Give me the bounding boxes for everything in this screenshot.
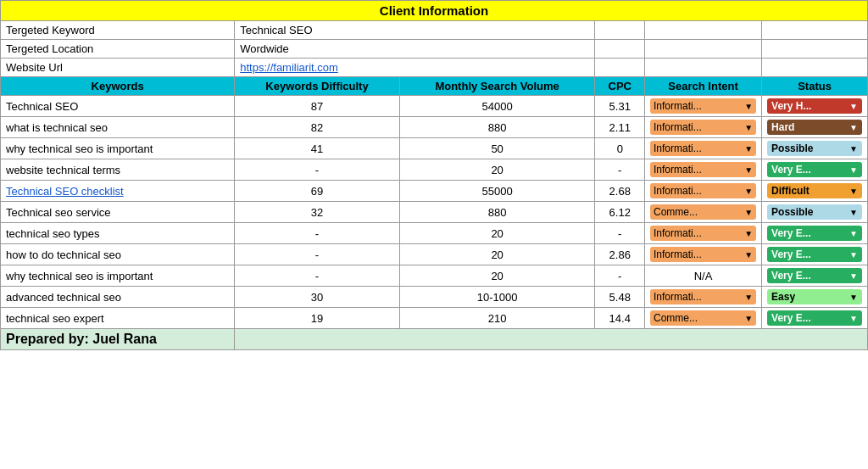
difficulty-cell: 19 [235, 308, 399, 329]
status-dropdown-arrow: ▼ [849, 187, 858, 196]
status-badge[interactable]: Very H... ▼ [767, 98, 862, 114]
intent-cell[interactable]: Informati... ▼ [645, 117, 762, 138]
intent-dropdown-arrow: ▼ [744, 102, 753, 111]
status-cell[interactable]: Hard ▼ [762, 117, 868, 138]
intent-dropdown-arrow: ▼ [744, 144, 753, 154]
intent-badge[interactable]: Informati... ▼ [650, 183, 756, 198]
intent-badge[interactable]: Informati... ▼ [650, 247, 756, 262]
keyword-cell: advanced technical seo [1, 287, 235, 308]
keyword-cell: Technical SEO [1, 96, 235, 117]
status-badge[interactable]: Difficult ▼ [767, 183, 862, 198]
intent-dropdown-arrow: ▼ [744, 250, 753, 260]
keyword-cell[interactable]: Technical SEO checklist [1, 181, 235, 202]
intent-badge[interactable]: Informati... ▼ [650, 141, 756, 156]
status-dropdown-arrow: ▼ [849, 250, 858, 260]
keyword-cell: why technical seo is important [1, 138, 235, 159]
intent-cell[interactable]: Informati... ▼ [645, 244, 762, 265]
intent-dropdown-arrow: ▼ [744, 187, 753, 196]
status-dropdown-arrow: ▼ [849, 123, 858, 132]
status-badge[interactable]: Easy ▼ [767, 289, 862, 304]
status-badge[interactable]: Possible ▼ [767, 204, 862, 220]
status-cell[interactable]: Possible ▼ [762, 202, 868, 223]
difficulty-cell: - [235, 223, 399, 244]
website-url-value[interactable]: https://familiarit.com [235, 59, 595, 77]
status-cell[interactable]: Possible ▼ [762, 138, 868, 159]
volume-cell: 10-1000 [399, 287, 595, 308]
status-cell[interactable]: Very E... ▼ [762, 159, 868, 181]
cpc-cell: 2.86 [595, 244, 645, 265]
status-badge[interactable]: Very E... ▼ [767, 162, 862, 177]
table-row: why technical seo is important-20-N/AVer… [1, 265, 868, 287]
table-row: how to do technical seo-202.86Informati.… [1, 244, 868, 265]
volume-cell: 210 [399, 308, 595, 329]
intent-cell[interactable]: Informati... ▼ [645, 159, 762, 181]
client-info-title: Client Information [1, 1, 868, 21]
intent-badge[interactable]: Comme... ▼ [650, 310, 756, 326]
keyword-cell: website technical terms [1, 159, 235, 181]
status-cell[interactable]: Easy ▼ [762, 287, 868, 308]
intent-dropdown-arrow: ▼ [744, 314, 753, 323]
status-cell[interactable]: Very E... ▼ [762, 265, 868, 287]
col-volume: Monthly Search Volume [399, 77, 595, 96]
intent-badge[interactable]: Informati... ▼ [650, 120, 756, 135]
footer-row: Prepared by: Juel Rana [1, 329, 868, 350]
targeted-keyword-label: Tergeted Keyword [1, 21, 235, 40]
intent-cell[interactable]: Informati... ▼ [645, 223, 762, 244]
cpc-cell: 2.11 [595, 117, 645, 138]
status-cell[interactable]: Very E... ▼ [762, 308, 868, 329]
status-dropdown-arrow: ▼ [849, 102, 858, 111]
status-badge[interactable]: Very E... ▼ [767, 268, 862, 283]
cpc-cell: - [595, 265, 645, 287]
status-badge[interactable]: Very E... ▼ [767, 247, 862, 262]
main-table: Client Information Tergeted Keyword Tech… [0, 0, 868, 350]
client-info-header-row: Client Information [1, 1, 868, 21]
keyword-cell: how to do technical seo [1, 244, 235, 265]
table-row: technical seo types-20-Informati... ▼Ver… [1, 223, 868, 244]
status-cell[interactable]: Very E... ▼ [762, 223, 868, 244]
status-dropdown-arrow: ▼ [849, 165, 858, 175]
table-row: what is technical seo828802.11Informati.… [1, 117, 868, 138]
intent-badge[interactable]: Comme... ▼ [650, 204, 756, 220]
status-badge[interactable]: Very E... ▼ [767, 226, 862, 241]
volume-cell: 20 [399, 223, 595, 244]
col-status: Status [762, 77, 868, 96]
difficulty-cell: 41 [235, 138, 399, 159]
keyword-cell: Technical seo service [1, 202, 235, 223]
volume-cell: 50 [399, 138, 595, 159]
table-row: Technical SEO87540005.31Informati... ▼Ve… [1, 96, 868, 117]
website-url-row: Website Url https://familiarit.com [1, 59, 868, 77]
keyword-cell: technical seo types [1, 223, 235, 244]
volume-cell: 20 [399, 265, 595, 287]
volume-cell: 880 [399, 117, 595, 138]
cpc-cell: 0 [595, 138, 645, 159]
status-badge[interactable]: Very E... ▼ [767, 310, 862, 326]
cpc-cell: - [595, 159, 645, 181]
status-badge[interactable]: Possible ▼ [767, 141, 862, 156]
table-row: Technical SEO checklist69550002.68Inform… [1, 181, 868, 202]
keyword-cell: why technical seo is important [1, 265, 235, 287]
cpc-cell: 5.31 [595, 96, 645, 117]
intent-cell[interactable]: Informati... ▼ [645, 138, 762, 159]
status-cell[interactable]: Very H... ▼ [762, 96, 868, 117]
status-dropdown-arrow: ▼ [849, 229, 858, 238]
keyword-link[interactable]: Technical SEO checklist [6, 185, 124, 198]
intent-cell[interactable]: Informati... ▼ [645, 181, 762, 202]
keyword-cell: technical seo expert [1, 308, 235, 329]
status-cell[interactable]: Very E... ▼ [762, 244, 868, 265]
intent-badge[interactable]: Informati... ▼ [650, 289, 756, 304]
intent-cell[interactable]: Comme... ▼ [645, 202, 762, 223]
difficulty-cell: - [235, 159, 399, 181]
intent-cell[interactable]: Informati... ▼ [645, 287, 762, 308]
status-cell[interactable]: Difficult ▼ [762, 181, 868, 202]
intent-badge[interactable]: Informati... ▼ [650, 162, 756, 177]
intent-cell[interactable]: Informati... ▼ [645, 96, 762, 117]
status-badge[interactable]: Hard ▼ [767, 120, 862, 135]
intent-badge[interactable]: Informati... ▼ [650, 226, 756, 241]
status-dropdown-arrow: ▼ [849, 208, 858, 217]
intent-badge[interactable]: Informati... ▼ [650, 98, 756, 114]
intent-cell[interactable]: N/A [645, 265, 762, 287]
targeted-keyword-value: Technical SEO [235, 21, 595, 40]
intent-cell[interactable]: Comme... ▼ [645, 308, 762, 329]
volume-cell: 880 [399, 202, 595, 223]
column-headers-row: Keywords Keywords Difficulty Monthly Sea… [1, 77, 868, 96]
